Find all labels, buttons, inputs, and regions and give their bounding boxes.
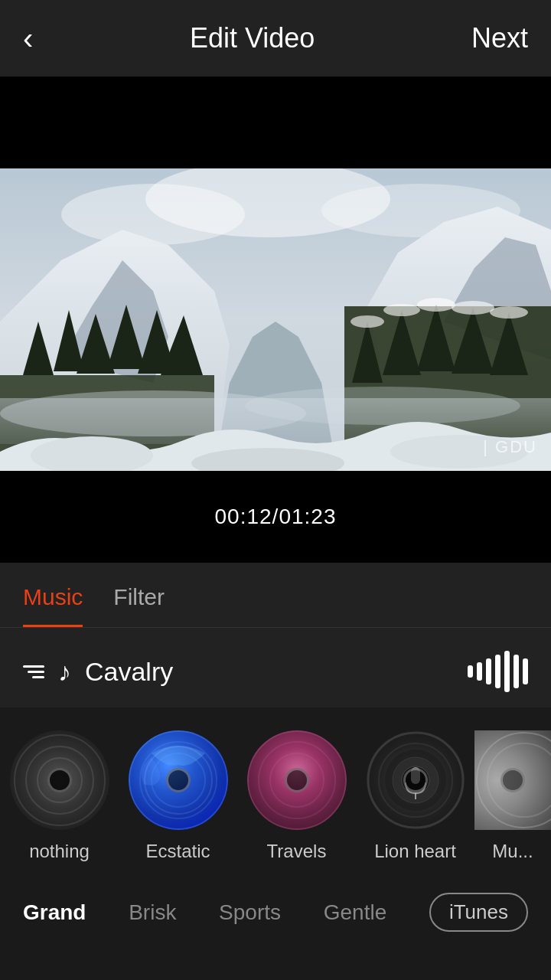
tab-filter[interactable]: Filter xyxy=(113,563,165,627)
waveform-bar-7 xyxy=(523,658,528,684)
music-title: Cavalry xyxy=(85,657,173,687)
category-gentle[interactable]: Gentle xyxy=(324,900,387,925)
waveform-bar-3 xyxy=(486,658,491,684)
menu-music-icon xyxy=(23,665,44,678)
video-preview[interactable]: | GDU xyxy=(0,168,551,471)
svg-point-23 xyxy=(383,304,420,316)
music-label-mu: Mu... xyxy=(492,841,533,862)
back-button[interactable]: ‹ xyxy=(23,21,33,56)
waveform-bar-4 xyxy=(495,655,500,688)
category-brisk[interactable]: Brisk xyxy=(129,900,176,925)
video-timestamp: 00:12/01:23 xyxy=(215,505,337,529)
header: ‹ Edit Video Next xyxy=(0,0,551,77)
itunes-button[interactable]: iTunes xyxy=(429,893,528,932)
disc-mu xyxy=(474,730,551,830)
waveform-bar-2 xyxy=(477,662,482,681)
video-controls: 00:12/01:23 xyxy=(0,471,551,563)
music-note-icon: ♪ xyxy=(58,658,71,684)
music-player-left: ♪ Cavalry xyxy=(23,657,173,687)
music-item-travels[interactable]: Travels xyxy=(237,730,356,862)
waveform-bar-6 xyxy=(514,655,519,688)
svg-point-22 xyxy=(350,315,384,328)
video-top-spacer xyxy=(0,77,551,168)
waveform-bar-1 xyxy=(468,665,473,678)
category-sports[interactable]: Sports xyxy=(219,900,281,925)
disc-lionheart xyxy=(366,730,465,830)
svg-point-25 xyxy=(452,301,494,315)
next-button[interactable]: Next xyxy=(471,22,528,54)
page-title: Edit Video xyxy=(190,22,315,54)
music-item-ecstatic[interactable]: Ecstatic xyxy=(119,730,237,862)
disc-travels xyxy=(247,730,347,830)
watermark: | GDU xyxy=(483,437,537,457)
waveform-bar-5 xyxy=(504,651,510,692)
music-label-ecstatic: Ecstatic xyxy=(145,841,210,862)
svg-point-26 xyxy=(490,306,528,318)
music-item-mu[interactable]: Mu... xyxy=(474,730,551,862)
music-item-nothing[interactable]: nothing xyxy=(0,730,119,862)
waveform xyxy=(468,651,528,692)
category-row: Grand Brisk Sports Gentle iTunes xyxy=(0,877,551,955)
menu-line-1 xyxy=(23,665,44,668)
video-frame xyxy=(0,168,551,471)
tab-music[interactable]: Music xyxy=(23,563,83,627)
disc-nothing xyxy=(10,730,109,830)
svg-point-29 xyxy=(245,387,520,425)
disc-ecstatic xyxy=(129,730,228,830)
music-list: nothing Ecstatic Trave xyxy=(0,707,551,877)
music-label-lionheart: Lion heart xyxy=(374,841,456,862)
svg-point-24 xyxy=(417,298,455,312)
music-player-row: ♪ Cavalry xyxy=(0,628,551,707)
tabs: Music Filter xyxy=(0,563,551,628)
music-label-nothing: nothing xyxy=(29,841,90,862)
menu-line-3 xyxy=(32,676,44,678)
category-grand[interactable]: Grand xyxy=(23,900,86,925)
menu-line-2 xyxy=(28,671,44,673)
music-label-travels: Travels xyxy=(267,841,327,862)
music-item-lionheart[interactable]: Lion heart xyxy=(356,730,474,862)
